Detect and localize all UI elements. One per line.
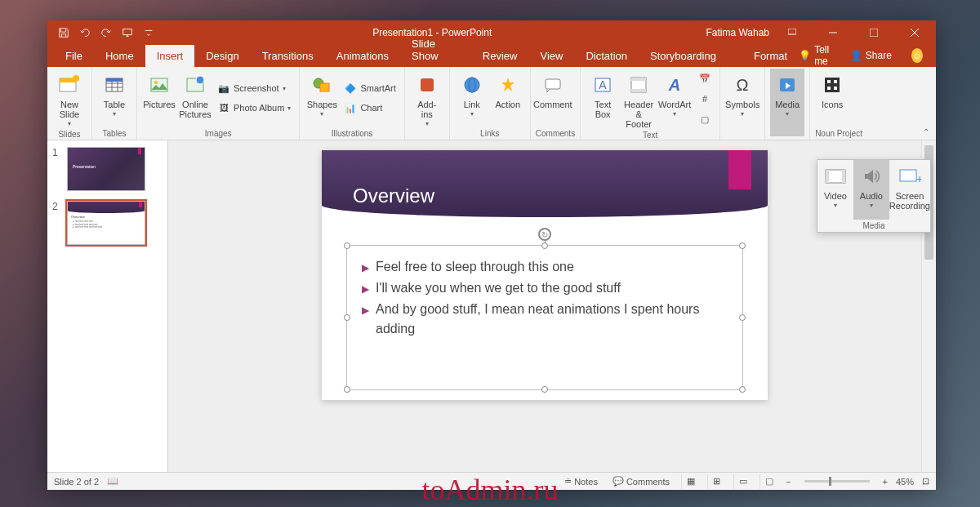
table-button[interactable]: Table▾ (97, 69, 131, 127)
thumb-number: 1 (52, 147, 62, 191)
tab-view[interactable]: View (528, 45, 574, 67)
online-pictures-button[interactable]: Online Pictures (178, 69, 212, 127)
link-icon (459, 72, 485, 98)
powerpoint-window: Presentation1 - PowerPoint Fatima Wahab … (47, 20, 936, 490)
minimize-button[interactable] (815, 20, 851, 44)
comment-button[interactable]: Comment (536, 69, 570, 127)
svg-text:+: + (916, 172, 921, 185)
sorter-view-button[interactable]: ⊞ (707, 474, 725, 489)
tab-dictation[interactable]: Dictation (574, 45, 639, 67)
slide-counter[interactable]: Slide 2 of 2 (54, 477, 99, 487)
icons-button[interactable]: Icons (815, 69, 849, 127)
textbox-icon: A (590, 72, 616, 98)
slide-number-button[interactable]: # (695, 90, 715, 108)
workspace: 1 Presentation 2 Overview ▸ text text te… (47, 140, 936, 472)
shapes-button[interactable]: Shapes▾ (305, 69, 339, 127)
resize-handle[interactable] (344, 242, 350, 249)
chart-button[interactable]: 📊Chart (341, 99, 399, 117)
resize-handle[interactable] (739, 386, 746, 393)
undo-icon[interactable] (75, 23, 95, 42)
svg-text:A: A (668, 76, 680, 94)
tab-review[interactable]: Review (471, 45, 529, 67)
slide-thumbnail-1[interactable]: Presentation (67, 147, 145, 191)
resize-handle[interactable] (739, 242, 746, 249)
object-button[interactable]: ▢ (695, 110, 715, 128)
pictures-button[interactable]: Pictures (142, 69, 176, 127)
qat-customize-icon[interactable] (139, 23, 158, 42)
resize-handle[interactable] (344, 386, 350, 393)
audio-button[interactable]: Audio▾ (853, 160, 889, 220)
group-links: Link▾ Action Links (450, 67, 531, 140)
resize-handle[interactable] (541, 242, 548, 249)
svg-point-18 (196, 76, 204, 84)
tab-file[interactable]: File (54, 45, 94, 67)
redo-icon[interactable] (96, 23, 116, 42)
video-button[interactable]: Video▾ (817, 160, 853, 220)
svg-rect-40 (842, 170, 845, 183)
start-slideshow-icon[interactable] (118, 23, 137, 42)
tab-format[interactable]: Format (742, 45, 799, 67)
photo-album-button[interactable]: 🖼Photo Album▾ (214, 99, 294, 117)
ribbon: New Slide▾ Slides Table▾ Tables Pictures (47, 67, 936, 140)
zoom-level[interactable]: 45% (896, 477, 914, 487)
tab-slideshow[interactable]: Slide Show (400, 33, 471, 67)
slide-canvas[interactable]: Overview ▶Feel free to sleep through thi… (322, 150, 768, 400)
object-icon: ▢ (698, 113, 711, 126)
normal-view-button[interactable]: ▦ (681, 474, 699, 489)
spellcheck-icon[interactable]: 📖 (107, 476, 118, 487)
svg-rect-37 (834, 87, 837, 90)
slide-title-text[interactable]: Overview (353, 185, 434, 207)
resize-handle[interactable] (541, 386, 548, 393)
media-dropdown-flyout: Video▾ Audio▾ + Screen Recording Media (817, 159, 931, 233)
tell-me-search[interactable]: 💡Tell me (799, 44, 835, 67)
bullet-item[interactable]: ▶I'll wake you when we get to the good s… (362, 278, 728, 298)
slide-title-area[interactable]: Overview (322, 150, 768, 217)
fit-to-window-button[interactable]: ⊡ (922, 476, 929, 487)
content-textbox[interactable]: ▶Feel free to sleep through this one ▶I'… (346, 245, 743, 390)
maximize-button[interactable] (856, 20, 892, 44)
screen-recording-button[interactable]: + Screen Recording (889, 160, 930, 220)
date-time-button[interactable]: 📅 (695, 69, 715, 87)
display-options-icon[interactable] (774, 20, 810, 44)
svg-point-8 (73, 75, 79, 82)
tab-design[interactable]: Design (194, 45, 250, 67)
addins-button[interactable]: Add- ins▾ (410, 69, 444, 136)
share-button[interactable]: 👤Share (844, 47, 898, 64)
screenshot-button[interactable]: 📷Screenshot▾ (214, 79, 294, 97)
smartart-button[interactable]: 🔷SmartArt (341, 79, 399, 97)
close-button[interactable] (897, 20, 933, 44)
tab-storyboarding[interactable]: Storyboarding (639, 45, 728, 67)
reading-view-button[interactable]: ▭ (733, 474, 751, 489)
wordart-button[interactable]: A WordArt▾ (657, 69, 692, 129)
share-icon: 👤 (850, 50, 862, 61)
header-footer-button[interactable]: Header & Footer (621, 69, 656, 129)
bullet-item[interactable]: ▶Feel free to sleep through this one (362, 257, 728, 277)
notes-button[interactable]: ≐ Notes (561, 476, 601, 487)
textbox-button[interactable]: A Text Box (586, 69, 620, 129)
tab-animations[interactable]: Animations (325, 45, 400, 67)
slideshow-view-button[interactable]: ▢ (760, 474, 777, 489)
save-icon[interactable] (54, 23, 74, 42)
tab-home[interactable]: Home (94, 45, 145, 67)
thumb-number: 2 (52, 201, 62, 245)
zoom-slider[interactable] (804, 480, 870, 483)
resize-handle[interactable] (739, 314, 746, 321)
zoom-out-button[interactable]: − (786, 477, 791, 487)
bullet-item[interactable]: ▶And by good stuff, I mean neat animatio… (362, 300, 728, 339)
tab-transitions[interactable]: Transitions (251, 45, 325, 67)
tab-insert[interactable]: Insert (145, 45, 195, 67)
slide-thumbnail-2[interactable]: Overview ▸ text text text text▸ text tex… (67, 201, 145, 245)
feedback-icon[interactable]: ☺ (911, 48, 923, 63)
user-name: Fatima Wahab (706, 27, 769, 38)
link-button[interactable]: Link▾ (455, 69, 489, 127)
collapse-ribbon-button[interactable]: ⌃ (920, 125, 933, 138)
quick-access-toolbar (47, 23, 158, 42)
symbols-button[interactable]: Ω Symbols▾ (725, 69, 760, 136)
media-button[interactable]: Media▾ (770, 69, 804, 136)
slide-editor[interactable]: Overview ▶Feel free to sleep through thi… (168, 140, 921, 472)
zoom-in-button[interactable]: + (883, 477, 888, 487)
new-slide-button[interactable]: New Slide▾ (52, 69, 87, 128)
comments-button[interactable]: 💬 Comments (609, 476, 673, 487)
action-button[interactable]: Action (491, 69, 525, 127)
resize-handle[interactable] (344, 314, 350, 321)
